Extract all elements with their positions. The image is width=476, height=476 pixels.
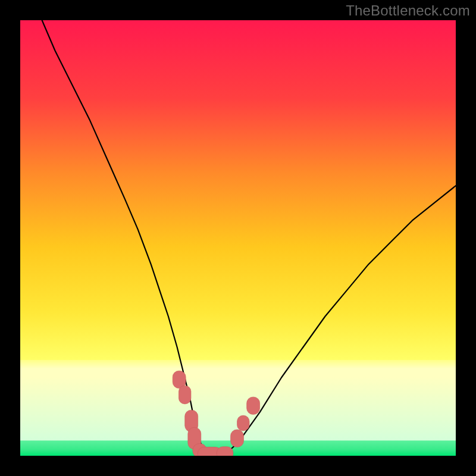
data-marker bbox=[217, 447, 233, 456]
bottleneck-chart bbox=[20, 20, 456, 456]
watermark-text: TheBottleneck.com bbox=[346, 2, 470, 19]
pale-band bbox=[20, 360, 456, 440]
data-marker bbox=[178, 386, 191, 404]
plot-area bbox=[20, 20, 456, 456]
data-marker bbox=[247, 397, 260, 414]
data-marker bbox=[237, 415, 250, 431]
chart-frame: TheBottleneck.com bbox=[0, 0, 476, 476]
data-marker bbox=[231, 430, 244, 447]
